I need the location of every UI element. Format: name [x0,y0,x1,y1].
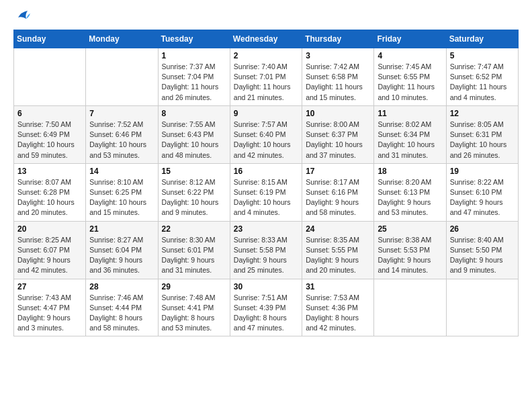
day-number: 19 [450,167,515,176]
day-number: 29 [162,282,226,291]
day-cell-16: 16Sunrise: 8:15 AMSunset: 6:19 PMDayligh… [230,163,302,221]
day-number: 24 [306,224,370,234]
day-info: Sunrise: 7:46 AMSunset: 4:44 PMDaylight:… [89,293,154,334]
day-info: Sunrise: 7:55 AMSunset: 6:43 PMDaylight:… [162,120,226,161]
logo [13,13,30,23]
calendar-table: SundayMondayTuesdayWednesdayThursdayFrid… [13,30,519,336]
day-cell-25: 25Sunrise: 8:38 AMSunset: 5:53 PMDayligh… [374,221,446,279]
day-number: 28 [89,282,154,291]
day-number: 2 [234,51,298,60]
day-cell-3: 3Sunrise: 7:42 AMSunset: 6:58 PMDaylight… [302,48,374,106]
day-info: Sunrise: 7:47 AMSunset: 6:52 PMDaylight:… [450,62,515,103]
day-number: 25 [378,224,442,234]
week-row-2: 6Sunrise: 7:50 AMSunset: 6:49 PMDaylight… [14,105,519,163]
day-info: Sunrise: 8:10 AMSunset: 6:25 PMDaylight:… [89,177,154,218]
day-info: Sunrise: 7:50 AMSunset: 6:49 PMDaylight:… [17,120,82,161]
day-cell-14: 14Sunrise: 8:10 AMSunset: 6:25 PMDayligh… [86,163,158,221]
day-info: Sunrise: 8:12 AMSunset: 6:22 PMDaylight:… [162,177,226,218]
day-number: 10 [306,109,370,118]
day-info: Sunrise: 7:40 AMSunset: 7:01 PMDaylight:… [234,62,298,103]
day-info: Sunrise: 8:00 AMSunset: 6:37 PMDaylight:… [306,120,370,161]
day-info: Sunrise: 8:15 AMSunset: 6:19 PMDaylight:… [234,177,298,218]
day-number: 30 [234,282,298,291]
weekday-header-thursday: Thursday [302,30,374,48]
day-cell-27: 27Sunrise: 7:43 AMSunset: 4:47 PMDayligh… [14,279,86,336]
day-number: 4 [378,51,442,60]
day-info: Sunrise: 8:30 AMSunset: 6:01 PMDaylight:… [162,235,226,276]
empty-cell [86,48,158,106]
day-cell-2: 2Sunrise: 7:40 AMSunset: 7:01 PMDaylight… [230,48,302,106]
day-cell-21: 21Sunrise: 8:27 AMSunset: 6:04 PMDayligh… [86,221,158,279]
day-cell-5: 5Sunrise: 7:47 AMSunset: 6:52 PMDaylight… [446,48,518,106]
day-cell-22: 22Sunrise: 8:30 AMSunset: 6:01 PMDayligh… [158,221,230,279]
day-info: Sunrise: 7:42 AMSunset: 6:58 PMDaylight:… [306,62,370,103]
day-info: Sunrise: 8:22 AMSunset: 6:10 PMDaylight:… [450,177,515,218]
day-number: 7 [89,109,154,118]
day-cell-26: 26Sunrise: 8:40 AMSunset: 5:50 PMDayligh… [446,221,518,279]
day-cell-12: 12Sunrise: 8:05 AMSunset: 6:31 PMDayligh… [446,105,518,163]
day-number: 20 [17,224,82,234]
weekday-header-tuesday: Tuesday [158,30,230,48]
day-info: Sunrise: 7:57 AMSunset: 6:40 PMDaylight:… [234,120,298,161]
day-info: Sunrise: 8:35 AMSunset: 5:55 PMDaylight:… [306,235,370,276]
day-number: 9 [234,109,298,118]
day-number: 27 [17,282,82,291]
weekday-header-monday: Monday [86,30,158,48]
day-number: 22 [162,224,226,234]
day-info: Sunrise: 8:17 AMSunset: 6:16 PMDaylight:… [306,177,370,218]
empty-cell [446,279,518,336]
day-info: Sunrise: 8:20 AMSunset: 6:13 PMDaylight:… [378,177,442,218]
day-cell-30: 30Sunrise: 7:51 AMSunset: 4:39 PMDayligh… [230,279,302,336]
day-info: Sunrise: 7:51 AMSunset: 4:39 PMDaylight:… [234,293,298,334]
day-info: Sunrise: 7:43 AMSunset: 4:47 PMDaylight:… [17,293,82,334]
day-number: 31 [306,282,370,291]
day-info: Sunrise: 8:40 AMSunset: 5:50 PMDaylight:… [450,235,515,276]
day-number: 23 [234,224,298,234]
day-info: Sunrise: 8:07 AMSunset: 6:28 PMDaylight:… [17,177,82,218]
week-row-1: 1Sunrise: 7:37 AMSunset: 7:04 PMDaylight… [14,48,519,106]
weekday-header-saturday: Saturday [446,30,518,48]
day-cell-8: 8Sunrise: 7:55 AMSunset: 6:43 PMDaylight… [158,105,230,163]
day-cell-9: 9Sunrise: 7:57 AMSunset: 6:40 PMDaylight… [230,105,302,163]
week-row-4: 20Sunrise: 8:25 AMSunset: 6:07 PMDayligh… [14,221,519,279]
day-number: 12 [450,109,515,118]
day-cell-28: 28Sunrise: 7:46 AMSunset: 4:44 PMDayligh… [86,279,158,336]
day-info: Sunrise: 8:25 AMSunset: 6:07 PMDaylight:… [17,235,82,276]
day-number: 13 [17,167,82,176]
day-cell-7: 7Sunrise: 7:52 AMSunset: 6:46 PMDaylight… [86,105,158,163]
empty-cell [374,279,446,336]
day-cell-18: 18Sunrise: 8:20 AMSunset: 6:13 PMDayligh… [374,163,446,221]
day-cell-29: 29Sunrise: 7:48 AMSunset: 4:41 PMDayligh… [158,279,230,336]
day-info: Sunrise: 8:33 AMSunset: 5:58 PMDaylight:… [234,235,298,276]
day-info: Sunrise: 8:05 AMSunset: 6:31 PMDaylight:… [450,120,515,161]
day-cell-23: 23Sunrise: 8:33 AMSunset: 5:58 PMDayligh… [230,221,302,279]
day-info: Sunrise: 8:27 AMSunset: 6:04 PMDaylight:… [89,235,154,276]
day-cell-10: 10Sunrise: 8:00 AMSunset: 6:37 PMDayligh… [302,105,374,163]
day-cell-4: 4Sunrise: 7:45 AMSunset: 6:55 PMDaylight… [374,48,446,106]
weekday-header-sunday: Sunday [14,30,86,48]
day-number: 14 [89,167,154,176]
day-number: 11 [378,109,442,118]
day-cell-24: 24Sunrise: 8:35 AMSunset: 5:55 PMDayligh… [302,221,374,279]
logo-bird-icon [15,8,30,23]
day-info: Sunrise: 7:37 AMSunset: 7:04 PMDaylight:… [162,62,226,103]
day-cell-13: 13Sunrise: 8:07 AMSunset: 6:28 PMDayligh… [14,163,86,221]
day-number: 17 [306,167,370,176]
week-row-3: 13Sunrise: 8:07 AMSunset: 6:28 PMDayligh… [14,163,519,221]
day-number: 6 [17,109,82,118]
day-info: Sunrise: 8:38 AMSunset: 5:53 PMDaylight:… [378,235,442,276]
day-cell-19: 19Sunrise: 8:22 AMSunset: 6:10 PMDayligh… [446,163,518,221]
day-cell-6: 6Sunrise: 7:50 AMSunset: 6:49 PMDaylight… [14,105,86,163]
empty-cell [14,48,86,106]
day-number: 3 [306,51,370,60]
day-cell-1: 1Sunrise: 7:37 AMSunset: 7:04 PMDaylight… [158,48,230,106]
day-cell-31: 31Sunrise: 7:53 AMSunset: 4:36 PMDayligh… [302,279,374,336]
week-row-5: 27Sunrise: 7:43 AMSunset: 4:47 PMDayligh… [14,279,519,336]
day-info: Sunrise: 8:02 AMSunset: 6:34 PMDaylight:… [378,120,442,161]
day-number: 15 [162,167,226,176]
day-number: 26 [450,224,515,234]
day-info: Sunrise: 7:53 AMSunset: 4:36 PMDaylight:… [306,293,370,334]
day-number: 21 [89,224,154,234]
weekday-header-row: SundayMondayTuesdayWednesdayThursdayFrid… [14,30,519,48]
day-cell-20: 20Sunrise: 8:25 AMSunset: 6:07 PMDayligh… [14,221,86,279]
